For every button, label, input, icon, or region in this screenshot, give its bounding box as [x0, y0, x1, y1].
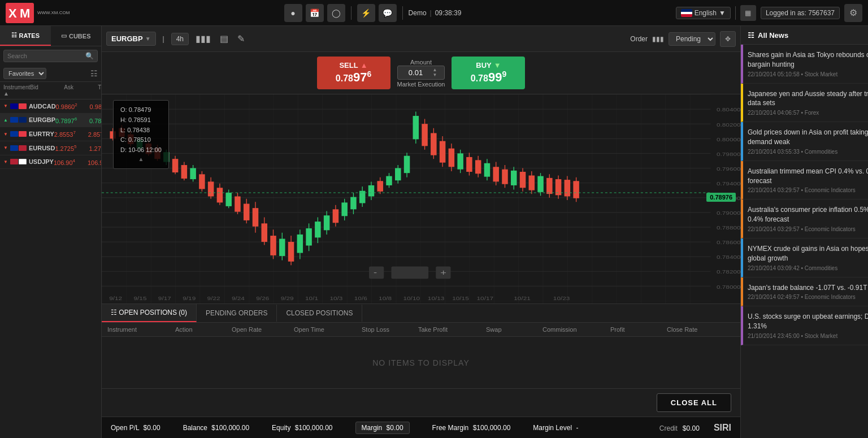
margin-level-stat: Margin Level - [533, 424, 578, 432]
flag-us2-icon [10, 159, 18, 164]
svg-rect-40 [208, 182, 214, 197]
news-title-label: All News [758, 31, 788, 40]
tab-cubes[interactable]: ▭ CUBES [51, 26, 102, 46]
svg-rect-116 [546, 178, 553, 194]
list-item[interactable]: Shares gain in Asia as Tokyo rebounds on… [741, 45, 868, 84]
amount-down-icon[interactable]: ▼ [433, 72, 437, 78]
tab-pending-orders[interactable]: PENDING ORDERS [197, 305, 277, 322]
account-icon[interactable]: ● [284, 4, 302, 22]
balance-value: $100,000.00 [211, 424, 249, 432]
news-title: ☷ All News [748, 31, 788, 40]
chat-icon[interactable]: 💬 [379, 4, 397, 22]
list-item[interactable]: ▼ USDJPY 106.904 106.928 09:38 [0, 155, 101, 170]
amount-up-icon[interactable]: ▲ [433, 67, 437, 73]
list-item[interactable]: Australian trimmed mean CPI 0.4% vs. 0.5… [741, 161, 868, 200]
news-list: Shares gain in Asia as Tokyo rebounds on… [741, 45, 868, 438]
svg-rect-44 [225, 193, 232, 206]
trade-panel: SELL ▲ 0.78976 Amount ▲ ▼ Market Executi… [102, 52, 740, 94]
siri-text: SIRI [714, 423, 731, 432]
svg-text:10/13: 10/13 [428, 296, 445, 302]
market-execution-label: Market Execution [397, 81, 445, 88]
down-arrow-icon: ▼ [3, 132, 8, 137]
indicators-icon[interactable]: ▮▮▮ [193, 31, 213, 46]
bid-value: 2.85537 [54, 130, 88, 138]
instrument-name: ▼ EURTRY [3, 131, 54, 137]
col-open-time: Open Time [294, 326, 362, 333]
free-margin-value: $100,000.00 [473, 424, 511, 432]
flag-us-icon [19, 145, 27, 151]
market-icon[interactable]: ◯ [327, 4, 345, 22]
svg-text:0.78000: 0.78000 [717, 284, 740, 290]
svg-rect-120 [565, 180, 571, 196]
list-item[interactable]: ▲ EURGBP 0.78976 0.78999 09:38 [0, 114, 101, 128]
list-item[interactable]: ▼ AUDCAD 0.98602 0.98651 09:38 [0, 99, 101, 114]
svg-rect-46 [235, 197, 241, 212]
center-panel: EURGBP ▼ | 4h ▮▮▮ ▤ ✎ Order ▮▮▮ Pending … [102, 26, 740, 438]
news-item-meta: 22/10/2014 02:49:57 • Economic Indicator… [748, 294, 868, 300]
news-grid-icon: ☷ [748, 31, 754, 40]
up-arrow-icon: ▲ [3, 118, 8, 123]
svg-text:0.79600: 0.79600 [717, 166, 740, 172]
sell-button[interactable]: SELL ▲ 0.78976 [317, 57, 390, 89]
list-item[interactable]: Japan's trade balance -1.07T vs. -0.91T … [741, 277, 868, 307]
svg-rect-42 [217, 188, 223, 203]
favorites-select[interactable]: Favorites [3, 68, 46, 79]
bid-value: 1.27255 [55, 144, 89, 152]
svg-text:9/17: 9/17 [158, 296, 171, 302]
expand-button[interactable]: ✥ [720, 31, 736, 47]
list-item[interactable]: Australia's consumer price inflation 0.5… [741, 200, 868, 238]
list-item[interactable]: NYMEX crude oil gains in Asia on hopes f… [741, 238, 868, 277]
positions-tabs: ☷ OPEN POSITIONS (0) PENDING ORDERS CLOS… [102, 304, 740, 323]
col-profit: Profit [610, 326, 667, 333]
logged-in-label: Logged in as: 7567637 [761, 7, 840, 19]
dropdown-arrow-icon: ▼ [145, 36, 151, 42]
amount-input[interactable] [399, 68, 433, 77]
instrument-name: ▲ EURGBP [3, 116, 55, 123]
time-display: 09:38:39 [435, 9, 462, 17]
col-close-rate: Close Rate [667, 326, 735, 333]
sell-label: SELL ▲ [328, 61, 379, 70]
tab-closed-positions[interactable]: CLOSED POSITIONS [277, 305, 362, 322]
instrument-selector[interactable]: EURGBP ▼ [106, 32, 156, 46]
instrument-name: ▼ AUDCAD [3, 103, 56, 110]
language-selector[interactable]: English ▼ [676, 7, 731, 19]
execution-select[interactable]: Pending [669, 32, 715, 46]
list-item[interactable]: Gold prices down in Asia on profit takin… [741, 122, 868, 161]
svg-text:9/22: 9/22 [207, 296, 220, 302]
chart-view-icon[interactable]: ▤ [218, 31, 231, 46]
svg-rect-50 [253, 208, 259, 227]
lightning-icon[interactable]: ⚡ [357, 4, 375, 22]
close-all-button[interactable]: CLOSE ALL [657, 393, 731, 412]
svg-text:10/1: 10/1 [305, 296, 318, 302]
buy-button[interactable]: BUY ▼ 0.78999 [452, 57, 525, 89]
grid-view-icon[interactable]: ☷ [90, 69, 98, 78]
search-input[interactable] [7, 53, 85, 59]
tab-rates[interactable]: ☷ RATES [0, 26, 51, 46]
tab-open-positions[interactable]: ☷ OPEN POSITIONS (0) [102, 304, 197, 322]
right-panel: ☷ All News ▼ ✖ Shares gain in Asia as To… [740, 26, 868, 438]
draw-icon[interactable]: ✎ [235, 31, 247, 46]
svg-text:10/21: 10/21 [514, 296, 531, 302]
topbar-right: English ▼ ▦ Logged in as: 7567637 ⚙ [676, 4, 862, 22]
buy-arrow-icon: ▼ [494, 61, 501, 70]
news-item-content: Japan's trade balance -1.07T vs. -0.91T … [748, 283, 868, 301]
list-item[interactable]: ▼ EURTRY 2.85537 2.85743 09:38 [0, 127, 101, 141]
list-item[interactable]: Japanese yen and Aussie steady after tra… [741, 84, 868, 123]
settings-button[interactable]: ⚙ [844, 4, 862, 22]
svg-rect-68 [333, 210, 339, 223]
flag-pair [10, 103, 27, 109]
ask-value: 106.928 [88, 158, 101, 166]
calendar-icon[interactable]: 📅 [306, 4, 324, 22]
topbar-icons: ● 📅 ◯ ⚡ 💬 Demo | 09:38:39 [284, 4, 462, 22]
hatch-icon[interactable]: ▦ [740, 5, 756, 21]
ask-value: 0.78999 [89, 116, 101, 124]
list-item[interactable]: ▼ EURUSD 1.27255 1.27275 09:38 [0, 141, 101, 155]
chart-area: O: 0.78479 H: 0.78591 L: 0.78438 C: 0.78… [102, 94, 740, 303]
svg-rect-70 [341, 203, 348, 216]
panel-tabs: ☷ RATES ▭ CUBES [0, 26, 101, 46]
list-item[interactable]: U.S. stocks surge on upbeat earnings; Do… [741, 306, 868, 345]
timeframe-button[interactable]: 4h [171, 33, 189, 45]
news-item-content: Shares gain in Asia as Tokyo rebounds on… [748, 50, 868, 77]
svg-text:9/12: 9/12 [109, 296, 122, 302]
chart-type-icon[interactable]: | [160, 33, 167, 45]
